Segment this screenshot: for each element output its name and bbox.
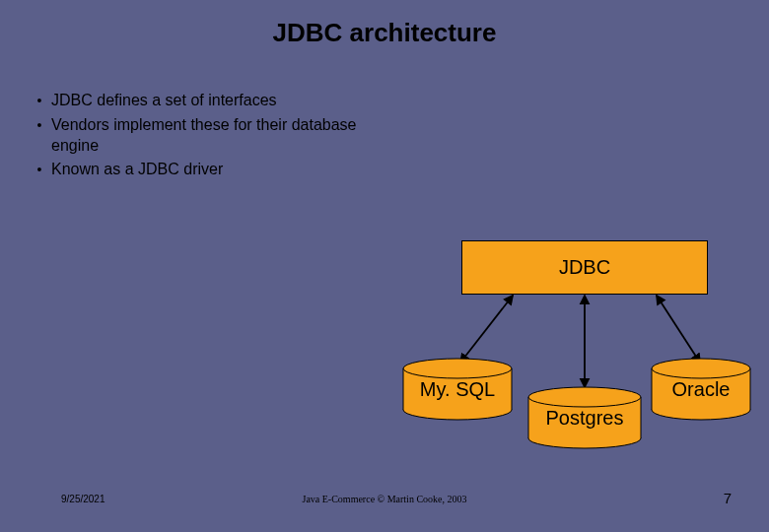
bullet-text: Vendors implement these for their databa… [51,115,392,157]
svg-rect-9 [528,397,641,438]
bullet-text: Known as a JDBC driver [51,160,392,180]
slide-title: JDBC architecture [0,0,769,48]
diagram-root-label: JDBC [559,256,610,279]
cylinder-icon [526,385,643,450]
svg-point-13 [652,400,750,420]
list-item: • JDBC defines a set of interfaces [28,91,392,111]
diagram-root-box: JDBC [461,240,708,295]
svg-line-0 [460,296,513,363]
svg-rect-4 [403,368,512,410]
bullet-list: • JDBC defines a set of interfaces • Ven… [28,91,392,184]
diagram-db-oracle: Oracle [650,357,752,422]
svg-line-2 [657,296,700,363]
footer-page-number: 7 [724,490,732,506]
svg-point-12 [528,387,641,407]
list-item: • Known as a JDBC driver [28,160,392,180]
footer-attribution: Java E-Commerce © Martin Cooke, 2003 [0,494,769,504]
diagram-arrows [0,0,769,532]
svg-rect-14 [652,368,750,410]
svg-point-7 [403,359,512,378]
svg-point-3 [403,400,512,420]
bullet-dot: • [28,115,51,135]
architecture-diagram: JDBC My. SQL [0,0,769,532]
bullet-dot: • [28,91,51,110]
svg-point-8 [528,429,641,448]
cylinder-icon [401,357,514,422]
diagram-db-label: Postgres [546,407,624,430]
diagram-db-label: Oracle [672,378,731,401]
list-item: • Vendors implement these for their data… [28,115,392,157]
svg-point-17 [652,359,750,378]
cylinder-icon [650,357,752,422]
diagram-db-mysql: My. SQL [401,357,514,422]
bullet-dot: • [28,160,51,179]
diagram-db-postgres: Postgres [526,385,643,450]
bullet-text: JDBC defines a set of interfaces [51,91,392,111]
diagram-db-label: My. SQL [420,378,495,401]
